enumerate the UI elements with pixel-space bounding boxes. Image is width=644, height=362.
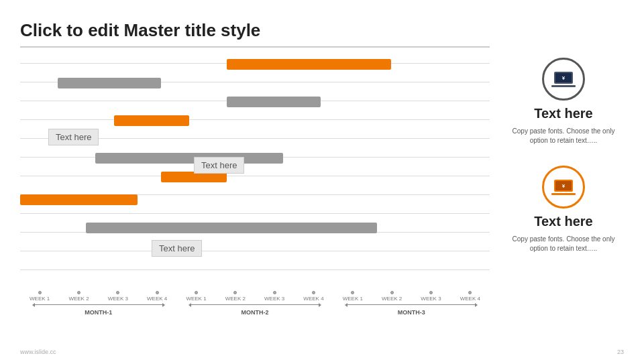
gantt-bar-orange-2 bbox=[114, 115, 189, 126]
footer-website: www.islide.cc bbox=[20, 349, 56, 355]
month-1-label: MONTH-1 bbox=[85, 309, 112, 316]
month-3-label: MONTH-3 bbox=[398, 309, 425, 316]
month-3-bracket bbox=[345, 303, 478, 307]
circle-icon-1: ¥ bbox=[542, 58, 585, 101]
h-line bbox=[20, 269, 490, 270]
week-label: WEEK 4 bbox=[138, 291, 176, 302]
week-label: WEEK 2 bbox=[216, 291, 255, 302]
week-dot bbox=[312, 291, 315, 294]
text-label-3[interactable]: Text here bbox=[152, 240, 202, 257]
week-label: WEEK 1 bbox=[20, 291, 59, 302]
text-label-1[interactable]: Text here bbox=[48, 129, 99, 145]
text-label-2[interactable]: Text here bbox=[194, 157, 244, 174]
month-2-section: WEEK 1 WEEK 2 WEEK 3 bbox=[176, 291, 333, 316]
page-number: 23 bbox=[617, 349, 624, 355]
info-block-1: ¥ Text here Copy paste fonts. Choose the… bbox=[503, 58, 624, 145]
week-dot bbox=[195, 291, 198, 294]
week-label: WEEK 4 bbox=[294, 291, 333, 302]
week-label: WEEK 1 bbox=[176, 291, 215, 302]
week-label: WEEK 3 bbox=[411, 291, 450, 302]
week-dot bbox=[156, 291, 159, 294]
bracket-line bbox=[35, 304, 162, 305]
week-dot bbox=[233, 291, 237, 294]
info-block-2: ¥ Text here Copy paste fonts. Choose the… bbox=[503, 166, 624, 253]
h-line bbox=[20, 176, 490, 176]
bracket-right-arrow bbox=[162, 303, 165, 307]
gantt-container: Text here Text here Text here bbox=[20, 58, 490, 286]
svg-rect-7 bbox=[551, 193, 576, 195]
gantt-bar-gray-1 bbox=[58, 78, 161, 88]
gantt-bar-gray-4 bbox=[86, 223, 377, 233]
h-line bbox=[20, 251, 490, 251]
bracket-line bbox=[191, 304, 319, 305]
h-line bbox=[20, 119, 490, 120]
info-title-1: Text here bbox=[534, 106, 592, 121]
month-1-bracket bbox=[32, 303, 165, 307]
svg-text:¥: ¥ bbox=[562, 183, 566, 189]
info-title-2: Text here bbox=[534, 214, 592, 229]
gantt-bar-gray-3 bbox=[95, 153, 283, 164]
timeline-area: WEEK 1 WEEK 2 WEEK 3 bbox=[20, 291, 490, 316]
bracket-right-arrow bbox=[319, 303, 321, 307]
info-desc-2: Copy paste fonts. Choose the only option… bbox=[503, 235, 624, 253]
info-desc-1: Copy paste fonts. Choose the only option… bbox=[503, 127, 624, 145]
month-2-bracket bbox=[189, 303, 321, 307]
month-1-weeks: WEEK 1 WEEK 2 WEEK 3 bbox=[20, 291, 176, 302]
week-dot bbox=[390, 291, 394, 294]
week-label: WEEK 3 bbox=[99, 291, 138, 302]
laptop-icon-2: ¥ bbox=[551, 178, 576, 196]
week-dot bbox=[116, 291, 119, 294]
week-dot bbox=[429, 291, 433, 294]
gantt-bar-orange-4 bbox=[20, 194, 138, 205]
month-2-label: MONTH-2 bbox=[241, 309, 268, 316]
month-1-section: WEEK 1 WEEK 2 WEEK 3 bbox=[20, 291, 176, 316]
month-3-weeks: WEEK 1 WEEK 2 WEEK 3 bbox=[333, 291, 490, 302]
week-dot bbox=[273, 291, 276, 294]
slide: Click to edit Master title style bbox=[0, 0, 644, 362]
week-dot bbox=[351, 291, 354, 294]
laptop-icon-1: ¥ bbox=[551, 70, 576, 88]
gantt-bar-orange-1 bbox=[227, 59, 391, 70]
week-label: WEEK 2 bbox=[372, 291, 411, 302]
week-dot bbox=[468, 291, 472, 294]
svg-rect-3 bbox=[551, 85, 576, 87]
month-3-section: WEEK 1 WEEK 2 WEEK 3 bbox=[333, 291, 490, 316]
week-label: WEEK 2 bbox=[59, 291, 98, 302]
svg-text:¥: ¥ bbox=[562, 75, 566, 81]
week-label: WEEK 1 bbox=[333, 291, 372, 302]
week-label: WEEK 3 bbox=[255, 291, 294, 302]
week-label: WEEK 4 bbox=[451, 291, 490, 302]
gantt-area: Text here Text here Text here bbox=[20, 48, 490, 316]
bracket-line bbox=[347, 304, 475, 305]
main-content: Text here Text here Text here bbox=[20, 48, 624, 316]
right-panel: ¥ Text here Copy paste fonts. Choose the… bbox=[490, 48, 624, 316]
gantt-bar-gray-2 bbox=[227, 97, 321, 107]
week-labels: WEEK 1 WEEK 2 WEEK 3 bbox=[20, 291, 490, 316]
slide-title: Click to edit Master title style bbox=[20, 20, 624, 41]
bracket-right-arrow bbox=[475, 303, 478, 307]
h-line bbox=[20, 213, 490, 214]
circle-icon-2: ¥ bbox=[542, 166, 585, 208]
month-2-weeks: WEEK 1 WEEK 2 WEEK 3 bbox=[176, 291, 333, 302]
week-dot bbox=[77, 291, 80, 294]
week-dot bbox=[38, 291, 42, 294]
